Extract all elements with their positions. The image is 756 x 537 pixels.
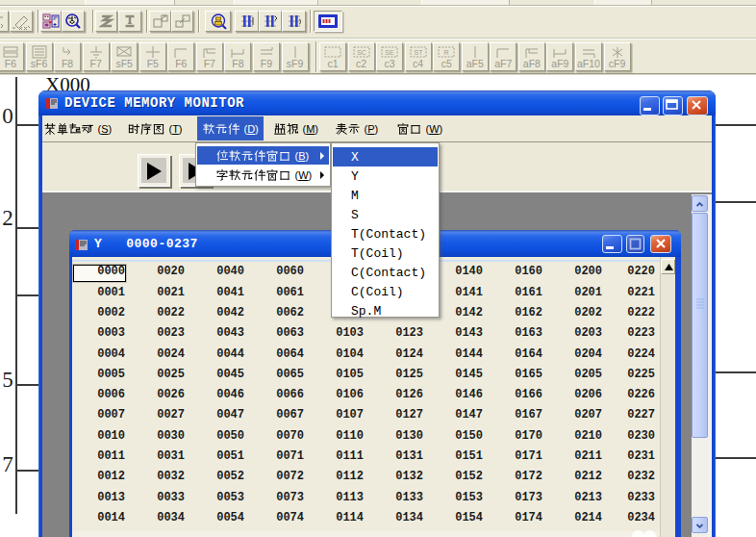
- svg-text:ST: ST: [414, 49, 423, 56]
- svg-text:R: R: [444, 49, 449, 56]
- svg-text:SC: SC: [357, 49, 366, 56]
- svg-text:SE: SE: [385, 49, 394, 56]
